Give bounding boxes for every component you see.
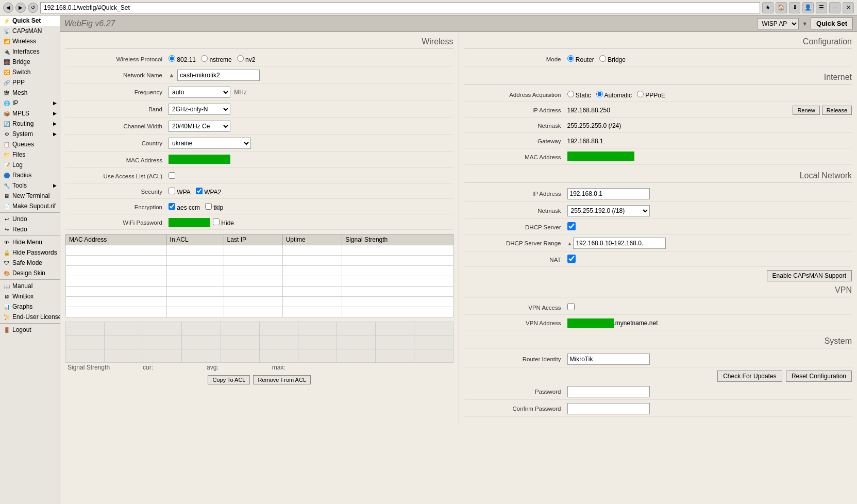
- address-bar[interactable]: [40, 2, 760, 13]
- table-row: [66, 307, 453, 317]
- sidebar-item-bridge[interactable]: 🌉 Bridge: [0, 57, 60, 67]
- channel-width-select[interactable]: 20/40MHz Ce: [169, 121, 230, 132]
- sidebar-item-system[interactable]: ⚙ System ▶: [0, 129, 60, 139]
- sidebar-item-mesh[interactable]: 🕸 Mesh: [0, 88, 60, 98]
- sidebar-item-make-supout[interactable]: 📄 Make Supout.rif: [0, 201, 60, 211]
- sidebar-item-radius[interactable]: 🔵 Radius: [0, 170, 60, 180]
- forward-button[interactable]: ▶: [15, 3, 26, 13]
- band-select[interactable]: 2GHz-only-N: [169, 104, 230, 115]
- renew-button[interactable]: Renew: [793, 106, 819, 115]
- sidebar-item-manual[interactable]: 📖 Manual: [0, 281, 60, 291]
- tkip-label[interactable]: tkip: [205, 203, 223, 211]
- frequency-select[interactable]: auto: [169, 87, 230, 98]
- aes-checkbox[interactable]: [169, 203, 175, 210]
- sidebar-item-tools[interactable]: 🔧 Tools ▶: [0, 180, 60, 191]
- router-identity-input[interactable]: [567, 354, 650, 365]
- dhcp-server-checkbox[interactable]: [567, 222, 576, 230]
- sidebar-item-hide-passwords[interactable]: 🔒 Hide Passwords: [0, 247, 60, 258]
- release-button[interactable]: Release: [822, 106, 852, 115]
- sidebar-item-log[interactable]: 📝 Log: [0, 160, 60, 170]
- wpa-label[interactable]: WPA: [169, 188, 191, 196]
- sidebar-item-winbox[interactable]: 🖥 WinBox: [0, 291, 60, 301]
- sidebar-item-interfaces[interactable]: 🔌 Interfaces: [0, 46, 60, 57]
- sidebar-item-ppp[interactable]: 🔗 PPP: [0, 77, 60, 88]
- wpa-checkbox[interactable]: [169, 188, 175, 194]
- protocol-nstreme-label[interactable]: nstreme: [201, 55, 232, 63]
- sidebar-item-mpls[interactable]: 📦 MPLS ▶: [0, 108, 60, 119]
- confirm-password-input[interactable]: [567, 403, 650, 414]
- hide-label[interactable]: Hide: [213, 219, 234, 227]
- download-icon[interactable]: ⬇: [789, 2, 800, 13]
- reset-config-button[interactable]: Reset Configuration: [786, 371, 852, 382]
- system-buttons-row: Check For Updates Reset Configuration: [464, 371, 852, 382]
- country-label: Country: [65, 140, 169, 146]
- back-button[interactable]: ◀: [3, 3, 13, 13]
- local-netmask-select[interactable]: 255.255.192.0 (/18): [567, 205, 650, 216]
- nat-label: NAT: [464, 257, 567, 263]
- capsman-button[interactable]: Enable CAPsMAN Support: [767, 270, 852, 281]
- sidebar-item-routing[interactable]: 🔄 Routing ▶: [0, 119, 60, 129]
- static-radio[interactable]: [567, 91, 574, 97]
- automatic-radio[interactable]: [596, 91, 603, 97]
- remove-from-acl-button[interactable]: Remove From ACL: [253, 375, 311, 384]
- network-name-input[interactable]: [177, 70, 260, 81]
- browser-minimize[interactable]: ─: [829, 2, 841, 13]
- sidebar-item-safe-mode[interactable]: 🛡 Safe Mode: [0, 258, 60, 268]
- sidebar-item-wireless[interactable]: 📶 Wireless: [0, 36, 60, 46]
- hide-checkbox[interactable]: [213, 219, 220, 225]
- wireless-protocol-row: Wireless Protocol 802.11 nstreme nv2: [65, 54, 453, 66]
- vpn-access-checkbox[interactable]: [567, 303, 575, 310]
- sidebar-item-ip[interactable]: 🌐 IP ▶: [0, 98, 60, 108]
- copy-to-acl-button[interactable]: Copy To ACL: [208, 375, 250, 384]
- browser-close[interactable]: ✕: [843, 2, 854, 13]
- mode-router-label[interactable]: Router: [567, 55, 594, 63]
- mode-bridge-label[interactable]: Bridge: [599, 55, 626, 63]
- quickset-button[interactable]: Quick Set: [811, 18, 853, 29]
- static-label[interactable]: Static: [567, 91, 591, 99]
- protocol-nv2-label[interactable]: nv2: [237, 55, 256, 63]
- internet-mac-bar: [567, 152, 634, 161]
- pppoe-label[interactable]: PPPoE: [637, 91, 665, 99]
- password-input[interactable]: [567, 386, 650, 397]
- sidebar-item-redo[interactable]: ↪ Redo: [0, 224, 60, 234]
- automatic-label[interactable]: Automatic: [596, 91, 632, 99]
- sidebar-item-files[interactable]: 📁 Files: [0, 149, 60, 160]
- sidebar-item-switch[interactable]: 🔀 Switch: [0, 67, 60, 77]
- protocol-802-label[interactable]: 802.11: [169, 55, 196, 63]
- chart-row: [66, 349, 453, 362]
- confirm-password-row: Confirm Password: [464, 403, 852, 417]
- protocol-802-radio[interactable]: [169, 55, 175, 62]
- sidebar-item-capsman[interactable]: 📡 CAPsMAN: [0, 26, 60, 36]
- wpa2-checkbox[interactable]: [196, 188, 203, 194]
- protocol-nv2-radio[interactable]: [237, 55, 244, 62]
- wpa2-label[interactable]: WPA2: [196, 188, 221, 196]
- country-select[interactable]: ukraine: [169, 138, 251, 149]
- user-icon[interactable]: 👤: [802, 2, 814, 13]
- home-icon[interactable]: 🏠: [776, 2, 787, 13]
- pppoe-radio[interactable]: [637, 91, 644, 97]
- mode-router-radio[interactable]: [567, 55, 574, 62]
- profile-select[interactable]: WISP AP: [757, 18, 799, 29]
- star-icon[interactable]: ★: [762, 2, 774, 13]
- sidebar-item-quick-set[interactable]: ⚡ Quick Set: [0, 15, 60, 26]
- sidebar-item-end-user[interactable]: 📜 End-User License: [0, 312, 60, 322]
- sidebar-item-hide-menu[interactable]: 👁 Hide Menu: [0, 237, 60, 247]
- sidebar-item-undo[interactable]: ↩ Undo: [0, 214, 60, 224]
- menu-icon[interactable]: ☰: [816, 2, 827, 13]
- table-row: [66, 287, 453, 297]
- reload-button[interactable]: ↺: [28, 3, 38, 13]
- sidebar-item-design-skin[interactable]: 🎨 Design Skin: [0, 268, 60, 278]
- aes-label[interactable]: aes ccm: [169, 203, 200, 211]
- tkip-checkbox[interactable]: [205, 203, 212, 210]
- dhcp-range-input[interactable]: [573, 238, 666, 249]
- check-updates-button[interactable]: Check For Updates: [717, 371, 782, 382]
- sidebar-item-new-terminal[interactable]: 🖥 New Terminal: [0, 191, 60, 201]
- sidebar-item-graphs[interactable]: 📊 Graphs: [0, 301, 60, 312]
- nat-checkbox[interactable]: [567, 255, 576, 263]
- local-ip-input[interactable]: [567, 188, 650, 199]
- mode-bridge-radio[interactable]: [599, 55, 606, 62]
- protocol-nstreme-radio[interactable]: [201, 55, 208, 62]
- acl-checkbox-input[interactable]: [169, 172, 175, 179]
- sidebar-item-logout[interactable]: 🚪 Logout: [0, 325, 60, 335]
- sidebar-item-queues[interactable]: 📋 Queues: [0, 139, 60, 149]
